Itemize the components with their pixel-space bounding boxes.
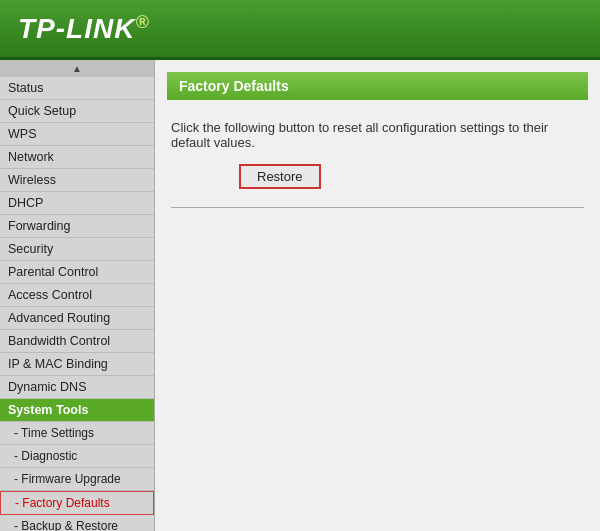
main-layout: ▲ StatusQuick SetupWPSNetworkWirelessDHC… <box>0 60 600 531</box>
logo: TP-LINK® <box>18 12 150 45</box>
sidebar-item-factory-defaults[interactable]: - Factory Defaults <box>0 491 154 515</box>
sidebar-item-dhcp[interactable]: DHCP <box>0 192 154 215</box>
header: TP-LINK® <box>0 0 600 60</box>
content-body: Click the following button to reset all … <box>155 100 600 228</box>
sidebar-item-diagnostic[interactable]: - Diagnostic <box>0 445 154 468</box>
logo-dot: ® <box>135 12 149 32</box>
sidebar-item-status[interactable]: Status <box>0 77 154 100</box>
sidebar-item-time-settings[interactable]: - Time Settings <box>0 422 154 445</box>
sidebar-item-wireless[interactable]: Wireless <box>0 169 154 192</box>
scroll-up-arrow[interactable]: ▲ <box>0 60 154 77</box>
sidebar-item-ip-mac-binding[interactable]: IP & MAC Binding <box>0 353 154 376</box>
page-title-text: Factory Defaults <box>179 78 289 94</box>
content-area: Factory Defaults Click the following but… <box>155 60 600 531</box>
description-text: Click the following button to reset all … <box>171 120 584 150</box>
sidebar-item-quick-setup[interactable]: Quick Setup <box>0 100 154 123</box>
sidebar-item-network[interactable]: Network <box>0 146 154 169</box>
sidebar-item-parental-control[interactable]: Parental Control <box>0 261 154 284</box>
sidebar: ▲ StatusQuick SetupWPSNetworkWirelessDHC… <box>0 60 155 531</box>
sidebar-item-bandwidth-control[interactable]: Bandwidth Control <box>0 330 154 353</box>
sidebar-item-security[interactable]: Security <box>0 238 154 261</box>
sidebar-item-firmware-upgrade[interactable]: - Firmware Upgrade <box>0 468 154 491</box>
sidebar-item-access-control[interactable]: Access Control <box>0 284 154 307</box>
restore-button[interactable]: Restore <box>239 164 321 189</box>
sidebar-item-wps[interactable]: WPS <box>0 123 154 146</box>
page-title: Factory Defaults <box>167 72 588 100</box>
divider <box>171 207 584 208</box>
button-row: Restore <box>231 164 584 189</box>
logo-brand: TP-LINK <box>18 13 135 44</box>
sidebar-item-system-tools[interactable]: System Tools <box>0 399 154 422</box>
sidebar-menu: StatusQuick SetupWPSNetworkWirelessDHCPF… <box>0 77 154 531</box>
sidebar-item-dynamic-dns[interactable]: Dynamic DNS <box>0 376 154 399</box>
sidebar-item-backup-restore[interactable]: - Backup & Restore <box>0 515 154 531</box>
sidebar-item-forwarding[interactable]: Forwarding <box>0 215 154 238</box>
sidebar-item-advanced-routing[interactable]: Advanced Routing <box>0 307 154 330</box>
